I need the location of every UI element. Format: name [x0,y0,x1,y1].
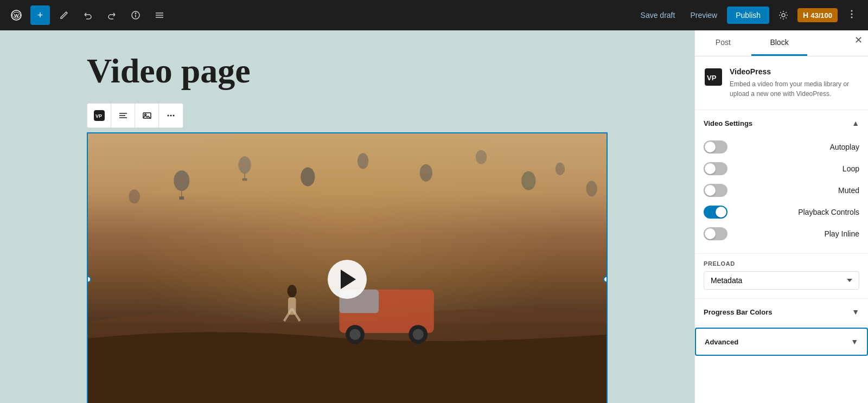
muted-toggle[interactable] [704,184,727,197]
svg-rect-28 [242,178,247,181]
svg-rect-25 [179,197,184,200]
video-settings-header[interactable]: Video Settings ▲ [695,110,868,136]
autoplay-label: Autoplay [830,143,859,151]
main-layout: Video page VP [0,30,868,403]
block-info-text: VideoPress Embed a video from your media… [730,67,859,99]
svg-point-4 [135,13,136,14]
autoplay-thumb [705,142,716,152]
progress-bar-colors-chevron: ▼ [852,308,859,316]
svg-point-26 [238,157,251,174]
editor-area: Video page VP [0,30,694,403]
svg-point-8 [782,14,785,17]
play-icon [341,270,356,289]
preload-select[interactable]: None Metadata Auto [704,271,859,290]
videopress-icon: VP [704,67,723,87]
svg-text:VP: VP [707,74,717,82]
editor-content: Video page VP [87,52,608,381]
hscore-value: 43/100 [810,11,832,20]
sidebar-tabs: Post Block ✕ [695,30,868,56]
tab-post[interactable]: Post [695,30,751,56]
undo-button[interactable] [78,5,98,25]
svg-point-11 [851,16,853,18]
info-button[interactable] [126,5,145,25]
svg-point-10 [851,13,853,15]
svg-text:W: W [14,13,19,18]
preview-button[interactable]: Preview [685,8,723,23]
playback-controls-row: Playback Controls [704,201,859,223]
playback-controls-thumb [716,207,726,218]
svg-point-40 [349,329,360,340]
video-settings-title: Video Settings [704,119,752,127]
video-settings-body: Autoplay Loop Muted [695,136,868,253]
loop-label: Loop [843,164,859,173]
playback-controls-label: Playback Controls [798,208,859,216]
play-inline-toggle[interactable] [704,227,727,240]
redo-button[interactable] [102,5,122,25]
align-toolbar-btn[interactable] [111,104,135,127]
svg-point-19 [168,115,169,117]
wordpress-logo[interactable]: W [7,5,26,25]
settings-button[interactable] [774,5,793,25]
svg-point-34 [556,163,565,175]
video-settings-section: Video Settings ▲ Autoplay Loop [695,110,868,254]
svg-point-21 [173,115,175,117]
play-inline-label: Play Inline [824,229,859,238]
hscore-icon: H [803,11,808,20]
loop-row: Loop [704,158,859,180]
playback-controls-toggle[interactable] [704,206,727,219]
autoplay-row: Autoplay [704,136,859,158]
play-button[interactable] [328,260,367,299]
muted-row: Muted [704,180,859,201]
progress-bar-colors-section[interactable]: Progress Bar Colors ▼ [695,299,868,325]
progress-bar-colors-title: Progress Bar Colors [704,308,772,316]
play-inline-row: Play Inline [704,223,859,245]
block-info: VP VideoPress Embed a video from your me… [695,56,868,110]
videopress-toolbar-btn[interactable]: VP [87,104,111,127]
svg-point-42 [413,329,424,340]
edit-button[interactable] [54,5,74,25]
more-options-button[interactable] [842,7,861,24]
preload-label: PRELOAD [704,260,859,267]
close-sidebar-button[interactable]: ✕ [848,30,868,50]
muted-label: Muted [838,186,859,195]
svg-point-33 [521,171,535,190]
add-block-button[interactable]: + [30,5,50,25]
advanced-title: Advanced [705,338,738,346]
hscore-badge[interactable]: H 43/100 [797,8,838,22]
publish-button[interactable]: Publish [727,7,769,24]
svg-point-29 [301,168,315,187]
video-settings-chevron: ▲ [852,119,859,127]
autoplay-toggle[interactable] [704,140,727,153]
list-view-button[interactable] [150,5,169,25]
media-toolbar-btn[interactable] [135,104,159,127]
preload-section: PRELOAD None Metadata Auto [695,254,868,299]
tab-block[interactable]: Block [751,30,808,56]
advanced-chevron: ▼ [851,337,858,346]
svg-point-9 [851,10,853,11]
svg-point-30 [358,153,368,169]
svg-point-35 [129,190,139,204]
svg-point-20 [170,115,172,117]
block-name: VideoPress [730,67,859,76]
play-inline-thumb [705,228,716,239]
page-title[interactable]: Video page [87,52,608,90]
svg-point-43 [288,285,297,297]
svg-point-31 [420,164,432,182]
advanced-section[interactable]: Advanced ▼ [695,328,868,356]
svg-point-23 [174,171,189,191]
video-block[interactable] [87,132,608,403]
block-description: Embed a video from your media library or… [730,79,859,99]
video-container [88,133,607,403]
loop-thumb [705,163,716,174]
save-draft-button[interactable]: Save draft [635,8,681,23]
sidebar: Post Block ✕ VP VideoPress Embed a video… [694,30,868,403]
svg-text:VP: VP [95,113,102,119]
topbar: W + Save draft [0,0,868,30]
svg-point-32 [476,150,487,164]
block-toolbar: VP [87,103,183,128]
loop-toggle[interactable] [704,162,727,175]
muted-thumb [705,185,716,196]
svg-point-36 [586,181,597,197]
more-toolbar-btn[interactable] [159,104,183,127]
